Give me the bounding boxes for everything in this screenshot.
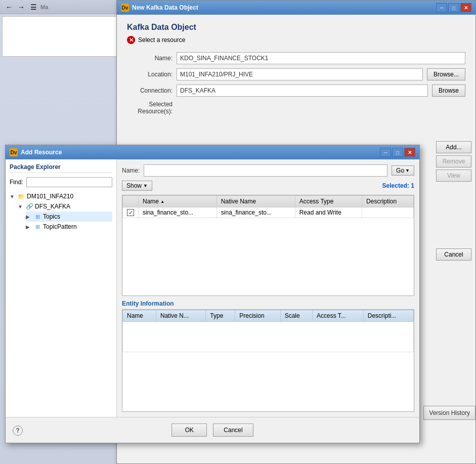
go-button[interactable]: Go ▼ [392,165,414,176]
row-native-name: sina_finance_sto... [217,207,295,218]
name-search-label: Name: [122,167,140,174]
entity-col-4: Scale [280,310,312,322]
tree-item-dm101[interactable]: ▼ 📁 DM101_INFA210 [10,191,112,201]
topicpattern-toggle-icon: ▶ [26,224,32,230]
row-checkbox[interactable]: ✓ [123,207,139,218]
ok-button[interactable]: OK [171,424,207,437]
name-search-row: Name: Go ▼ [122,164,414,177]
location-row: Location: M101_INFA210/PRJ_HIVE Browse..… [127,68,465,80]
tree-root: ▼ 📁 DM101_INFA210 ▼ 🔗 DFS_KAFKA [10,191,112,232]
entity-section: Entity Information NameNative N...TypePr… [122,300,414,412]
tree-item-topicpattern[interactable]: ▶ ⊞ TopicPattern [26,222,112,232]
package-explorer-panel: Package Explorer Find: ▼ 📁 DM101_INFA210 [6,159,117,417]
selected-resources-row: Selected Resource(s): [127,101,465,115]
col-name: Name ▲ [139,196,217,207]
kafka-close-btn[interactable]: ✕ [460,3,471,12]
kafka-maximize-btn[interactable]: □ [448,3,459,12]
help-icon[interactable]: ? [13,426,23,436]
selected-resources-label: Selected Resource(s): [127,101,172,115]
cancel-side-area: Cancel [436,248,471,261]
dfs-kafka-children: ▶ ⊞ Topics ▶ ⊞ TopicPattern [18,212,112,232]
row-name: sina_finance_sto... [139,207,217,218]
add-resource-close-btn[interactable]: ✕ [404,148,415,157]
name-search-input[interactable] [144,164,387,177]
toolbar-label: Ma [40,4,48,10]
resources-table-container: Name ▲ Native Name Access Type Descripti… [122,195,414,296]
left-content-area [2,16,119,57]
dfs-kafka-label: DFS_KAFKA [35,203,70,210]
selected-count-value: 1 [411,182,414,189]
go-dropdown-icon: ▼ [405,168,410,173]
cancel-button[interactable]: Cancel [213,424,253,437]
add-resource-minimize-btn[interactable]: ─ [380,148,391,157]
side-buttons-panel: Add... Remove View [432,137,475,186]
dialog-bottom-buttons: ? OK Cancel [6,417,419,443]
back-icon[interactable]: ← [4,2,14,12]
name-sort-icon: ▲ [160,199,164,204]
row-description [362,207,414,218]
entity-empty-row [123,322,414,352]
package-explorer-title: Package Explorer [10,163,112,173]
tree-item-dfs-kafka[interactable]: ▼ 🔗 DFS_KAFKA [18,201,112,212]
find-row: Find: [10,177,112,187]
row-access-type: Read and Write [295,207,362,218]
connection-browse-btn[interactable]: Browse [432,85,465,97]
location-value: M101_INFA210/PRJ_HIVE [177,68,423,80]
checkbox-icon: ✓ [127,209,134,216]
dm101-toggle-icon: ▼ [10,194,16,199]
topics-icon: ⊞ [33,213,41,221]
tree-item-topics[interactable]: ▶ ⊞ Topics [26,212,112,222]
resources-panel: Name: Go ▼ Show ▼ Selected: 1 [117,159,419,417]
add-resource-dialog: Dv Add Resource ─ □ ✕ Package Explorer F… [5,145,420,443]
col-access-type: Access Type [295,196,362,207]
dialog-main-content: Package Explorer Find: ▼ 📁 DM101_INFA210 [6,159,419,417]
kafka-titlebar: Dv New Kafka Data Object ─ □ ✕ [117,1,475,15]
version-history-tab[interactable]: Version History [423,406,475,420]
kafka-titlebar-icon: Dv [121,4,129,12]
kafka-window-body: Kafka Data Object ✕ Select a resource Na… [117,15,475,127]
add-resource-maximize-btn[interactable]: □ [392,148,403,157]
topics-toggle-icon: ▶ [26,214,32,220]
show-button[interactable]: Show ▼ [122,181,152,191]
dm101-children: ▼ 🔗 DFS_KAFKA ▶ ⊞ Topics [10,201,112,232]
error-icon: ✕ [127,36,135,44]
remove-button: Remove [436,155,471,167]
add-resource-controls: ─ □ ✕ [380,148,415,157]
dm101-folder-icon: 📁 [17,192,25,200]
name-label: Name: [127,55,172,62]
entity-col-0: Name [123,310,156,322]
find-input[interactable] [26,177,112,187]
resources-table: Name ▲ Native Name Access Type Descripti… [122,195,414,218]
dm101-label: DM101_INFA210 [27,193,73,200]
entity-col-1: Native N... [156,310,206,322]
kafka-window-title: New Kafka Data Object [132,4,198,11]
add-resource-titlebar: Dv Add Resource ─ □ ✕ [6,145,419,159]
find-label: Find: [10,179,23,186]
entity-col-3: Precision [235,310,280,322]
kafka-minimize-btn[interactable]: ─ [436,3,447,12]
kafka-heading: Kafka Data Object [127,23,465,32]
connection-value: DFS_KAFKA [177,85,428,97]
connection-row: Connection: DFS_KAFKA Browse [127,85,465,97]
connection-label: Connection: [127,87,172,94]
menu-icon[interactable]: ☰ [28,2,38,12]
topicpattern-label: TopicPattern [43,223,77,230]
forward-icon[interactable]: → [16,2,26,12]
col-native-name: Native Name [217,196,295,207]
show-selected-row: Show ▼ Selected: 1 [122,181,414,191]
location-browse-btn[interactable]: Browse... [427,68,465,80]
dialog-body: Package Explorer Find: ▼ 📁 DM101_INFA210 [6,159,419,443]
left-toolbar: ← → ☰ Ma [0,0,121,14]
name-row: Name: KDO_SINA_FINANCE_STOCK1 [127,52,465,64]
col-checkbox [123,196,139,207]
add-resource-titlebar-icon: Dv [10,148,18,156]
select-resource-label: Select a resource [138,36,185,44]
cancel-side-btn[interactable]: Cancel [436,248,471,261]
entity-col-6: Descripti... [363,310,413,322]
topicpattern-icon: ⊞ [33,223,41,231]
view-button: View [436,170,471,182]
select-resource-row: ✕ Select a resource [127,36,465,44]
table-row[interactable]: ✓ sina_finance_sto... sina_finance_sto..… [123,207,414,218]
topics-label: Topics [43,213,60,220]
add-button[interactable]: Add... [436,141,471,153]
